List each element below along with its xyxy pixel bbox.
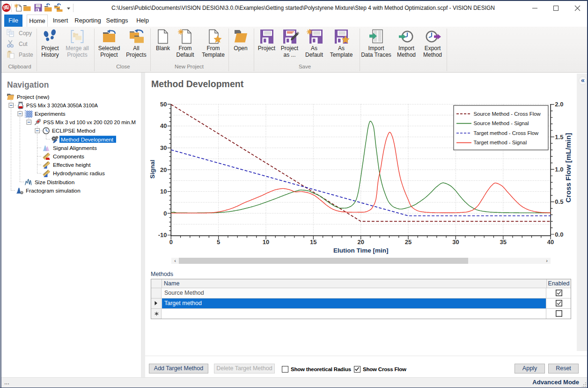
svg-text:40: 40 xyxy=(160,122,167,129)
svg-text:Fractogram simulation: Fractogram simulation xyxy=(26,187,81,194)
svg-text:10: 10 xyxy=(160,188,167,195)
svg-text:10: 10 xyxy=(263,239,269,246)
svg-text:Source Method - Cross Flow: Source Method - Cross Flow xyxy=(474,111,541,117)
svg-text:Experiments: Experiments xyxy=(35,111,66,117)
svg-text:30: 30 xyxy=(452,239,459,246)
svg-text:PSS Mix 3 vd 100 vx 200 020 20: PSS Mix 3 vd 100 vx 200 020 20 min.M xyxy=(44,119,136,126)
svg-text:40: 40 xyxy=(547,239,554,246)
svg-text:Components: Components xyxy=(53,153,84,160)
svg-text:50: 50 xyxy=(160,101,167,108)
svg-text:Elution Time [min]: Elution Time [min] xyxy=(333,247,389,254)
svg-text:ECLIPSE Method: ECLIPSE Method xyxy=(52,127,95,134)
svg-text:Signal: Signal xyxy=(149,160,156,179)
svg-text:Hydrodynamic radius: Hydrodynamic radius xyxy=(53,170,105,177)
svg-text:0: 0 xyxy=(169,239,173,246)
svg-text:-10: -10 xyxy=(158,231,167,239)
svg-text:1.0: 1.0 xyxy=(555,166,563,173)
svg-text:0: 0 xyxy=(163,210,167,217)
svg-text:PSS Mix 3 3020A 3050A 3100A: PSS Mix 3 3020A 3050A 3100A xyxy=(26,102,98,109)
svg-text:Source Method - Signal: Source Method - Signal xyxy=(474,120,529,126)
svg-text:2.0: 2.0 xyxy=(555,101,563,108)
svg-text:Target method - Signal: Target method - Signal xyxy=(474,140,527,145)
svg-text:0.0: 0.0 xyxy=(555,231,563,238)
svg-text:35: 35 xyxy=(500,239,507,246)
svg-text:0.5: 0.5 xyxy=(555,198,563,205)
svg-text:5: 5 xyxy=(217,239,220,246)
svg-text:20: 20 xyxy=(160,166,167,173)
svg-text:Method Development: Method Development xyxy=(61,136,114,143)
svg-text:Project (new): Project (new) xyxy=(17,94,50,100)
svg-text:Signal Alignments: Signal Alignments xyxy=(53,145,97,151)
svg-text:25: 25 xyxy=(405,239,412,246)
svg-text:20: 20 xyxy=(357,239,364,246)
svg-text:Target method - Cross Flow: Target method - Cross Flow xyxy=(474,130,539,136)
svg-text:30: 30 xyxy=(160,144,167,151)
svg-text:Effective height: Effective height xyxy=(53,162,91,168)
svg-text:Size Distribution: Size Distribution xyxy=(35,179,74,186)
svg-text:1.5: 1.5 xyxy=(555,134,563,141)
svg-text:Cross Flow [mL/min]: Cross Flow [mL/min] xyxy=(564,133,572,202)
svg-text:15: 15 xyxy=(310,239,316,246)
